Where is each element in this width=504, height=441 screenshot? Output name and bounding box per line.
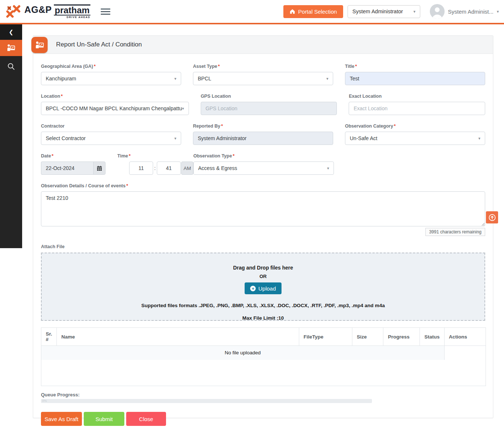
dropzone-drag-text: Drag and Drop files here [42,265,484,271]
table-header-name: Name [57,328,299,346]
search-icon [7,62,15,71]
exact-location-label: Exact Location [349,94,485,99]
required-asterisk: * [218,64,220,69]
required-asterisk: * [126,183,128,188]
report-card: Report Un-Safe Act / Condition Geographi… [33,35,493,418]
title-input[interactable] [345,72,485,85]
calendar-icon [97,166,102,171]
top-navbar: AG&P pratham DRIVE AHEAD Portal Selectio… [0,0,504,24]
date-input[interactable] [41,162,93,175]
contractor-label: Contractor [41,124,181,129]
sidebar: ❮ [0,24,22,248]
reported-by-input [193,132,333,145]
chevron-down-icon: ▾ [182,106,184,111]
location-label: Location* [41,94,189,99]
scroll-top-button[interactable] [486,211,498,223]
plus-icon: + [250,286,256,291]
save-as-draft-button[interactable]: Save As Draft [41,412,82,426]
chevron-down-icon: ▾ [174,76,176,81]
dropzone-or-text: OR [42,274,484,279]
upload-button[interactable]: + Upload [245,282,282,294]
observation-details-label: Observation Details / Course of events* [41,183,485,188]
up-arrow-icon [488,213,496,222]
required-asterisk: * [394,124,396,129]
required-asterisk: * [129,153,131,159]
user-menu[interactable]: System Administ... ▾ [430,4,499,19]
time-label: Time* [117,153,182,159]
sidebar-item-search[interactable] [0,56,22,77]
table-header-actions: Actions [444,328,486,346]
geographical-area-label: Geographical Area (GA)* [41,64,181,69]
required-asterisk: * [61,94,63,99]
queue-progress-label: Queue Progress: [41,392,485,397]
title-label: Title* [345,64,485,69]
asset-type-select[interactable]: BPCL ▾ [193,72,333,85]
observation-category-label: Observation Category* [345,124,485,129]
brand-main-text: AG&P [24,4,52,15]
time-hour-input[interactable] [129,162,153,175]
location-select[interactable]: BPCL -COCO MM Nagar BPCL Kanchipuram Che… [41,102,189,115]
supported-formats-text: Supported files formats .JPEG, .PNG, .BM… [42,303,484,308]
hamburger-menu-button[interactable] [101,8,110,15]
files-table: Sr. # Name FileType Size Progress Status… [41,327,486,386]
sidebar-item-report-unsafe[interactable] [0,40,22,56]
portal-selection-button[interactable]: Portal Selection [283,5,343,18]
table-header-status: Status [420,328,444,346]
sidebar-collapse-button[interactable]: ❮ [0,24,22,40]
table-header-filetype: FileType [299,328,352,346]
date-label: Date* [41,153,106,159]
chevron-down-icon: ▾ [414,9,416,14]
required-asterisk: * [233,153,235,159]
max-file-limit-text: Max File Limit :10 [42,315,484,321]
reported-by-label: Reported By* [193,124,333,129]
gps-location-label: GPS Location [201,94,337,99]
user-name: System Administ... [448,8,493,15]
table-header-progress: Progress [383,328,420,346]
calendar-button[interactable] [93,162,106,175]
required-asterisk: * [94,64,96,69]
card-header: Report Un-Safe Act / Condition [33,36,493,54]
chevron-down-icon: ▾ [497,9,499,14]
chevron-down-icon: ▾ [327,166,329,171]
brand-logo: AG&P pratham DRIVE AHEAD [5,3,90,20]
brand-mark-icon [5,3,21,20]
empty-row: No file uploaded [41,346,486,360]
exact-location-input[interactable] [349,102,485,115]
table-header-sr: Sr. # [41,328,57,346]
submit-button[interactable]: Submit [84,412,124,426]
chevron-down-icon: ▾ [478,136,480,141]
home-icon [290,9,295,14]
required-asterisk: * [221,124,223,129]
role-dropdown[interactable]: System Administrator ▾ [348,5,420,18]
report-unsafe-icon [6,43,16,53]
card-header-icon [31,37,48,53]
observation-category-select[interactable]: Un-Safe Act ▾ [345,132,485,145]
empty-row-message: No file uploaded [41,346,445,360]
brand-tagline: DRIVE AHEAD [66,16,90,18]
table-header-size: Size [352,328,383,346]
page-title: Report Un-Safe Act / Condition [56,41,142,48]
file-dropzone[interactable]: Drag and Drop files here OR + Upload Sup… [41,253,485,321]
report-unsafe-icon [35,40,45,50]
geographical-area-select[interactable]: Kanchipuram ▾ [41,72,181,85]
characters-remaining-badge: 3991 characters remaining [425,228,485,236]
observation-details-textarea[interactable]: Test 2210 [41,191,485,226]
meridiem-toggle[interactable]: AM [181,162,193,175]
avatar [430,4,445,19]
asset-type-label: Asset Type* [193,64,333,69]
time-separator: : [153,165,157,171]
close-button[interactable]: Close [126,412,166,426]
chevron-down-icon: ▾ [174,136,176,141]
contractor-select[interactable]: Select Contractor ▾ [41,132,181,145]
brand-sub-text: pratham [54,4,90,15]
observation-type-select[interactable]: Access & Egress ▾ [193,162,334,175]
queue-progress-bar: 0% [41,399,372,403]
time-minute-input[interactable] [157,162,181,175]
chevron-left-icon: ❮ [9,29,14,35]
chevron-down-icon: ▾ [326,76,328,81]
required-asterisk: * [52,153,53,159]
required-asterisk: * [355,64,357,69]
attach-file-label: Attach File [41,244,485,249]
gps-location-input [201,102,337,115]
role-dropdown-value: System Administrator [352,8,403,14]
